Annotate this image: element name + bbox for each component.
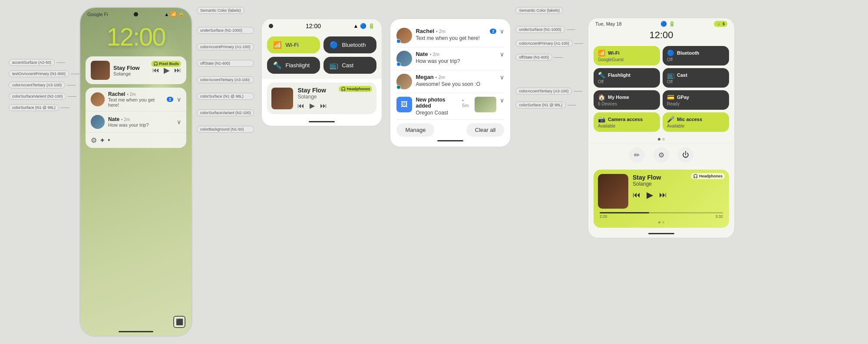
bt-tile-label: Bluetooth xyxy=(342,42,366,48)
right-annotations: underSurface (N1-1000) colorAccentPrimar… xyxy=(515,17,583,108)
photos-icon: 🖼 xyxy=(396,97,412,112)
qs-music-card[interactable]: Stay Flow Solange ⏮ ▶ ⏭ 🎧 Headphones xyxy=(267,82,376,114)
notif-rachel[interactable]: Rachel • 2m Text me when you get here! 2… xyxy=(396,24,504,47)
nate-expand-btn[interactable]: ∨ xyxy=(500,51,504,58)
right-cast-tile[interactable]: 📺 Cast Off xyxy=(663,68,729,88)
notif-megan[interactable]: Megan • 2m Awesome! See you soon :O ∨ xyxy=(396,70,504,93)
edit-icon-btn[interactable]: ✏ xyxy=(629,147,645,163)
right-bt-subtitle: Off xyxy=(667,57,725,62)
expand-rachel[interactable]: ∨ xyxy=(177,96,181,103)
qs-tiles-grid: 📶 Wi-Fi 🔵 Bluetooth 🔦 Flashlight xyxy=(262,31,382,79)
play-button[interactable]: ▶ xyxy=(164,66,170,75)
rachel-expand-btn[interactable]: ∨ xyxy=(500,28,504,35)
clear-all-button[interactable]: Clear all xyxy=(466,123,505,137)
photos-time: • 5m xyxy=(462,98,471,108)
bottom-icons: ✏ ⚙ ⏻ xyxy=(588,143,734,166)
right-tiles-grid: 📶 Wi-Fi GoogleGuest 🔵 Bluetooth Off xyxy=(588,43,734,135)
nate-panel-text: How was your trip? xyxy=(416,58,496,64)
right-next-btn[interactable]: ⏭ xyxy=(659,190,667,200)
right-wifi-tile[interactable]: 📶 Wi-Fi GoogleGuest xyxy=(594,46,660,66)
photos-expand-btn[interactable]: ∨ xyxy=(500,97,504,104)
right-bt-icon: 🔵 xyxy=(660,21,667,27)
right-bt-label: Bluetooth xyxy=(677,50,699,56)
qs-play-btn[interactable]: ▶ xyxy=(310,102,315,110)
nate-panel-name: Nate xyxy=(416,51,428,57)
wifi-tile[interactable]: 📶 Wi-Fi xyxy=(267,36,320,53)
phone-status-bar: Google Fi ▲ 📶 🔒 xyxy=(80,8,191,19)
right-mic-tile[interactable]: 🎤 Mic access Available xyxy=(663,112,729,132)
qs-wifi-icon: ▲ xyxy=(353,23,359,29)
right-bt-tile[interactable]: 🔵 Bluetooth Off xyxy=(663,46,729,66)
share-icon[interactable]: ✦ xyxy=(99,136,105,144)
mid-label-0: underSurface (N1-1000) xyxy=(197,27,254,34)
music-card-dots xyxy=(598,221,725,223)
notif-photos[interactable]: 🖼 New photos added • 5m Oregon Coast ∨ xyxy=(396,93,504,120)
next-button[interactable]: ⏭ xyxy=(174,66,181,74)
photos-content: New photos added • 5m Oregon Coast xyxy=(416,97,471,116)
prev-button[interactable]: ⏮ xyxy=(152,66,159,74)
cast-tile[interactable]: 📺 Cast xyxy=(323,57,376,74)
manage-button[interactable]: Manage xyxy=(396,123,434,137)
right-cast-icon: 📺 xyxy=(667,72,674,79)
bluetooth-tile[interactable]: 🔵 Bluetooth xyxy=(323,36,376,53)
megan-panel-name: Megan xyxy=(416,74,433,80)
nate-status-dot xyxy=(396,62,401,66)
right-flash-tile[interactable]: 🔦 Flashlight Off xyxy=(594,68,660,88)
music-notification[interactable]: 🎧 Pixel Buds Stay Flow Solange ⏮ ▶ ⏭ xyxy=(86,56,186,84)
qs-music-controls: ⏮ ▶ ⏭ xyxy=(297,102,327,110)
nate-name: Nate xyxy=(108,116,119,122)
notif-nate[interactable]: Nate • 2m How was your trip? ∨ xyxy=(396,47,504,70)
right-gpay-label: GPay xyxy=(677,95,689,100)
right-camera-icon: 📷 xyxy=(598,116,605,123)
main-layout: accentSurface (A2-50) textOnAccentPrimar… xyxy=(0,0,868,344)
rachel-content: Rachel • 2m Text me when you get here! xyxy=(108,91,163,108)
progress-times: 2:20 3:32 xyxy=(600,214,723,219)
right-date: Tue, May 18 xyxy=(595,21,622,26)
nate-notification[interactable]: Nate • 2m How was your trip? ∨ xyxy=(86,111,186,133)
qs-headphones-badge: 🎧 Headphones xyxy=(339,86,373,92)
megan-status-dot xyxy=(396,85,401,89)
expand-nate[interactable]: ∨ xyxy=(177,118,181,125)
right-camera-tile[interactable]: 📷 Camera access Available xyxy=(594,112,660,132)
right-camera-subtitle: Available xyxy=(598,124,656,128)
pagination-dots xyxy=(588,135,734,143)
right-home-tile[interactable]: 🏠 My Home 6 Devices xyxy=(594,90,660,110)
status-icons: ▲ 📶 🔒 xyxy=(164,11,185,17)
mid-label-4: colorSurface (N1 @ 98L) xyxy=(197,93,254,100)
right-gpay-tile[interactable]: 💳 GPay Ready xyxy=(663,90,729,110)
rachel-notification[interactable]: Rachel • 2m Text me when you get here! 2… xyxy=(86,88,186,111)
rachel-badge: 2 xyxy=(167,97,173,102)
reply-icon[interactable]: ⚙ xyxy=(91,136,97,144)
label-surface-variant: colorSurfaceVarient (N2-100) xyxy=(9,93,66,100)
qs-next-btn[interactable]: ⏭ xyxy=(320,102,327,110)
qs-prev-btn[interactable]: ⏮ xyxy=(297,102,304,110)
rachel-panel-content: Rachel • 2m Text me when you get here! xyxy=(416,28,486,41)
nate-panel-content: Nate • 2m How was your trip? xyxy=(416,51,496,64)
right-play-btn[interactable]: ▶ xyxy=(647,190,653,200)
megan-expand-btn[interactable]: ∨ xyxy=(500,74,504,81)
flashlight-tile[interactable]: 🔦 Flashlight xyxy=(267,57,320,74)
right-label-2: offState (N1-600) xyxy=(515,54,552,61)
qs-status-bar: 12:00 ▲ 🔵 🔋 xyxy=(262,19,382,31)
power-icon-btn[interactable]: ⏻ xyxy=(678,147,693,163)
right-mic-label: Mic access xyxy=(677,117,702,122)
right-prev-btn[interactable]: ⏮ xyxy=(633,190,640,200)
music-progress-container: 2:20 3:32 xyxy=(598,212,725,219)
messages-notification[interactable]: Rachel • 2m Text me when you get here! 2… xyxy=(86,88,186,148)
settings-icon-btn[interactable]: ⚙ xyxy=(653,147,669,163)
home-button[interactable]: ⬛ xyxy=(173,316,185,328)
right-music-card[interactable]: 🎧 Headphones Stay Flow Solange ⏮ ▶ ⏭ xyxy=(594,170,729,228)
right-headphones-badge: 🎧 Headphones xyxy=(691,173,725,179)
time-current: 2:20 xyxy=(600,214,607,219)
semantic-color-label-top: Semantic Color (labels) xyxy=(197,7,244,14)
left-annotations: accentSurface (A2-50) textOnAccentPrimar… xyxy=(9,7,79,111)
mid-label-1: colorAccentPrimary (A1-100) xyxy=(197,43,254,50)
right-mic-icon: 🎤 xyxy=(667,116,674,123)
home-indicator xyxy=(119,331,153,332)
mid-label-5: colorSurfaceVariant (N2-100) xyxy=(197,109,254,116)
music-dot-1 xyxy=(658,221,660,223)
music-info: Stay Flow Solange xyxy=(113,65,149,76)
more-icon[interactable]: • xyxy=(108,136,110,144)
carrier-label: Google Fi xyxy=(87,12,108,17)
right-wifi-icon: 📶 xyxy=(598,49,605,56)
